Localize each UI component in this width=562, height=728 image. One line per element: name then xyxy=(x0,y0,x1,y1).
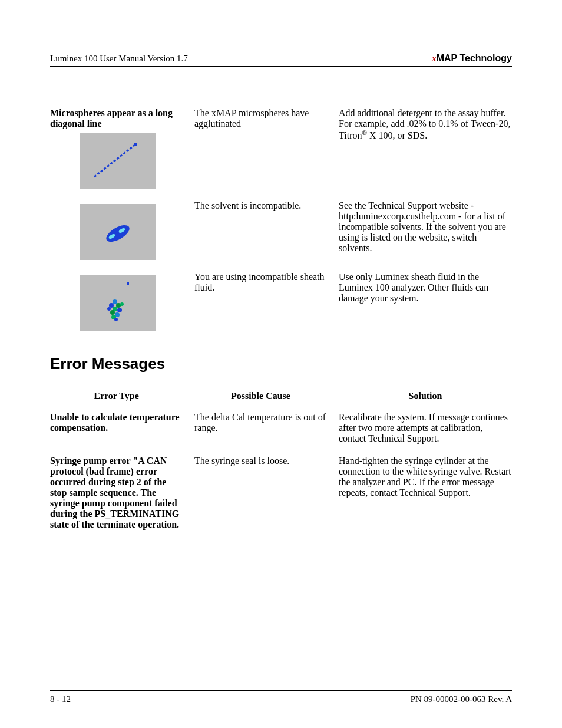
section-title: Error Messages xyxy=(50,355,512,373)
trouble-label-cell xyxy=(50,200,194,260)
error-type: Syringe pump error "A CAN protocol (bad … xyxy=(50,456,194,530)
microsphere-image-3 xyxy=(80,275,156,331)
error-type: Unable to calculate temperature compensa… xyxy=(50,412,194,433)
microsphere-image-2 xyxy=(80,204,156,260)
error-header-type: Error Type xyxy=(50,391,194,401)
footer-left: 8 - 12 xyxy=(50,694,71,704)
svg-point-16 xyxy=(107,307,111,311)
trouble-row-2: The solvent is incompatible. See the Tec… xyxy=(50,200,512,260)
trouble-solution: Use only Luminex sheath fluid in the Lum… xyxy=(339,272,512,304)
error-table-header: Error Type Possible Cause Solution xyxy=(50,391,512,401)
page: Luminex 100 User Manual Version 1.7 xMAP… xyxy=(0,0,562,728)
svg-point-11 xyxy=(110,310,115,315)
error-cause: The syringe seal is loose. xyxy=(194,456,339,466)
trouble-label: Microspheres appear as a long diagonal l… xyxy=(50,108,186,129)
header-x-prefix: x xyxy=(432,53,437,63)
troubleshoot-table: Microspheres appear as a long diagonal l… xyxy=(50,108,512,331)
error-solution: Recalibrate the system. If message conti… xyxy=(339,412,512,444)
header-left: Luminex 100 User Manual Version 1.7 xyxy=(50,54,188,64)
trouble-label-cell: Microspheres appear as a long diagonal l… xyxy=(50,108,194,189)
microsphere-image-1 xyxy=(80,133,156,189)
error-row-2: Syringe pump error "A CAN protocol (bad … xyxy=(50,456,512,530)
svg-point-15 xyxy=(120,302,124,306)
trouble-cause: You are using incompatible sheath fluid. xyxy=(194,272,339,293)
svg-point-8 xyxy=(109,303,114,308)
header-right: xMAP Technology xyxy=(432,53,512,64)
error-header-solution: Solution xyxy=(339,391,512,401)
page-footer: 8 - 12 PN 89-00002-00-063 Rev. A xyxy=(50,690,512,704)
trouble-solution: See the Technical Support website - http… xyxy=(339,200,512,253)
svg-rect-5 xyxy=(127,282,129,285)
error-solution: Hand-tighten the syringe cylinder at the… xyxy=(339,456,512,498)
page-header: Luminex 100 User Manual Version 1.7 xMAP… xyxy=(50,53,512,67)
trouble-row-1: Microspheres appear as a long diagonal l… xyxy=(50,108,512,189)
footer-right: PN 89-00002-00-063 Rev. A xyxy=(411,694,512,704)
trouble-row-3: You are using incompatible sheath fluid.… xyxy=(50,272,512,331)
svg-point-1 xyxy=(134,143,137,146)
error-cause: The delta Cal temperature is out of rang… xyxy=(194,412,339,433)
trouble-label-cell xyxy=(50,272,194,331)
header-right-text: MAP Technology xyxy=(437,53,512,63)
svg-point-6 xyxy=(113,299,117,304)
svg-point-2 xyxy=(104,222,132,245)
svg-line-0 xyxy=(94,144,135,177)
trouble-solution: Add additional detergent to the assay bu… xyxy=(339,108,512,141)
error-row-1: Unable to calculate temperature compensa… xyxy=(50,412,512,444)
svg-point-7 xyxy=(116,303,121,308)
error-header-cause: Possible Cause xyxy=(194,391,339,401)
trouble-cause: The xMAP microspheres have agglutinated xyxy=(194,108,339,129)
svg-point-10 xyxy=(117,308,122,312)
svg-point-14 xyxy=(114,318,118,321)
trouble-cause: The solvent is incompatible. xyxy=(194,200,339,211)
